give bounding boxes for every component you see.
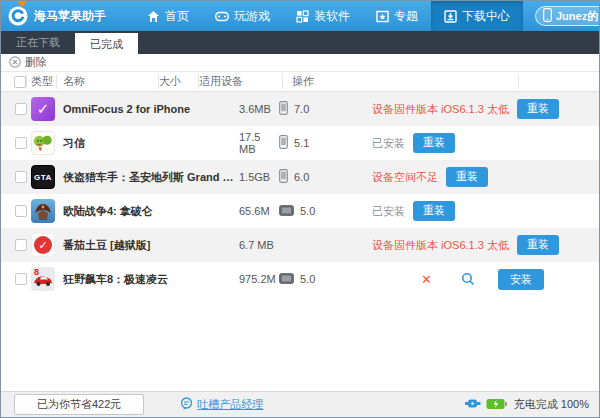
app-name: 狂野飙车8：极速凌云 [57,272,239,287]
row-checkbox[interactable] [15,171,27,183]
phone-icon [543,8,552,24]
tab-downloading[interactable]: 正在下载 [1,31,75,54]
list-toolbar: 删除 [1,54,599,71]
app-size: 975.2M [239,273,279,285]
nav-label: 装软件 [314,8,350,25]
omnifocus-app-icon: ✓ [31,97,55,121]
row-checkbox[interactable] [15,273,27,285]
status-text: 设备固件版本 iOS6.1.3 太低 [372,102,509,117]
app-name: 侠盗猎车手：圣安地列斯 Grand Theft Auto: San Andrea… [57,170,239,185]
device-button[interactable]: Junez的 iPh... [535,6,600,26]
home-icon [147,10,160,23]
reinstall-button[interactable]: 重装 [413,201,455,221]
reinstall-button[interactable]: 重装 [413,133,455,153]
app-size: 1.5GB [239,171,279,183]
ipad-icon [279,205,294,218]
remove-icon[interactable]: ✕ [421,273,432,286]
ios-version: 5.1 [294,137,309,149]
feedback-label: 吐槽产品经理 [197,397,263,412]
status-bar: 已为你节省422元 吐槽产品经理 充电完成 100% [1,391,599,417]
install-button[interactable]: 安装 [498,269,544,290]
reinstall-button[interactable]: 重装 [517,99,559,119]
chat-bubble-icon [180,397,193,412]
table-row: 欧陆战争4: 拿破仑 65.6M 5.0 已安装 重装 [1,194,599,228]
xixin-app-icon [31,131,55,155]
search-icon[interactable] [461,272,475,286]
row-checkbox[interactable] [15,137,27,149]
select-all-checkbox[interactable] [14,76,26,88]
nav-apps[interactable]: 装软件 [283,1,363,31]
iphone-icon [279,169,288,185]
table-row: GTA 侠盗猎车手：圣安地列斯 Grand Theft Auto: San An… [1,160,599,194]
battery-icon [486,398,507,412]
euro-war-app-icon [31,199,55,223]
app-logo-icon [8,6,28,26]
table-header: 类型 名称 大小 适用设备 操作 [1,71,599,92]
battery-status: 充电完成 100% [464,397,589,412]
empty-area [1,296,599,391]
ios-version: 5.0 [300,273,315,285]
usb-plug-icon [464,397,481,412]
nav-label: 专题 [394,8,418,25]
table-row: 习信 17.5 MB 5.1 已安装 重装 [1,126,599,160]
iphone-icon [279,135,288,151]
grid-icon [296,10,309,23]
nav-label: 首页 [165,8,189,25]
app-name: 习信 [57,136,239,151]
col-size: 大小 [159,74,199,89]
status-text: 已安装 [372,136,405,151]
pomotodo-app-icon: ✓ [31,233,55,257]
app-size: 17.5 MB [239,131,279,155]
app-window: 海马苹果助手 首页 玩游戏 装软件 专题 下载中心 [0,0,600,418]
delete-label: 删除 [25,55,47,70]
status-text: 已安装 [372,204,405,219]
download-tabs: 正在下载 已完成 [1,31,599,54]
main-nav: 首页 玩游戏 装软件 专题 下载中心 [134,1,523,31]
reinstall-button[interactable]: 重装 [517,235,559,255]
table-row: ✓ OmniFocus 2 for iPhone 3.6MB 7.0 设备固件版… [1,92,599,126]
app-name: OmniFocus 2 for iPhone [57,103,239,115]
nav-home[interactable]: 首页 [134,1,202,31]
status-text: 设备固件版本 iOS6.1.3 太低 [372,238,509,253]
download-icon [444,10,457,23]
delete-button[interactable]: 删除 [9,55,47,70]
app-title: 海马苹果助手 [34,8,106,25]
nav-label: 玩游戏 [234,8,270,25]
topic-icon [376,10,389,23]
nav-topics[interactable]: 专题 [363,1,431,31]
col-action: 操作 [283,74,519,89]
row-checkbox[interactable] [15,205,27,217]
app-size: 6.7 MB [239,239,279,251]
nav-games[interactable]: 玩游戏 [202,1,283,31]
ios-version: 5.0 [300,205,315,217]
reinstall-button[interactable]: 重装 [446,167,488,187]
device-name: Junez的 iPh... [556,9,600,24]
app-name: 番茄土豆 [越狱版] [57,238,239,253]
ipad-icon [279,273,294,286]
nav-download-center[interactable]: 下载中心 [431,1,523,31]
ios-version: 6.0 [294,171,309,183]
table-row: ✓ 番茄土豆 [越狱版] 6.7 MB 设备固件版本 iOS6.1.3 太低 重… [1,228,599,262]
col-type: 类型 [27,74,57,89]
iphone-icon [279,101,288,117]
nav-label: 下载中心 [462,8,510,25]
title-bar: 海马苹果助手 首页 玩游戏 装软件 专题 下载中心 [1,1,599,31]
delete-icon [9,56,21,70]
col-name: 名称 [57,74,159,89]
gamepad-icon [215,10,229,23]
gta-app-icon: GTA [31,165,55,189]
ios-version: 7.0 [294,103,309,115]
col-device: 适用设备 [199,74,283,89]
savings-button[interactable]: 已为你节省422元 [14,394,144,415]
table-row: 8 狂野飙车8：极速凌云 975.2M 5.0 ✕ 安装 [1,262,599,296]
asphalt8-app-icon: 8 [31,267,55,291]
row-checkbox[interactable] [15,239,27,251]
app-size: 65.6M [239,205,279,217]
feedback-link[interactable]: 吐槽产品经理 [180,397,263,412]
tab-completed[interactable]: 已完成 [75,33,138,54]
app-name: 欧陆战争4: 拿破仑 [57,204,239,219]
row-checkbox[interactable] [15,103,27,115]
app-size: 3.6MB [239,103,279,115]
status-text: 设备空间不足 [372,170,438,185]
battery-label: 充电完成 100% [514,397,589,412]
